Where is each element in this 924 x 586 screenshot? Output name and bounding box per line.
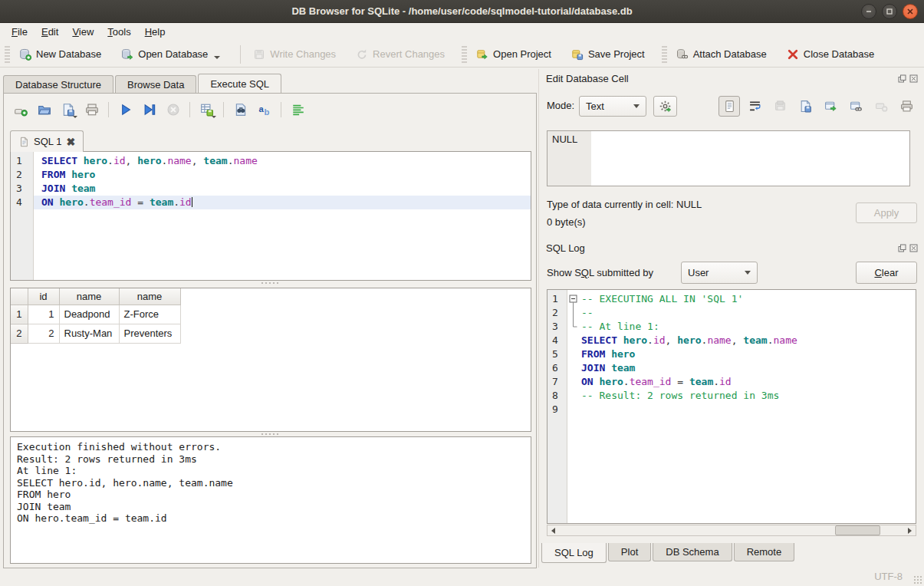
toolbar-handle[interactable] bbox=[662, 46, 667, 63]
cell[interactable]: 1 bbox=[28, 305, 59, 324]
chevron-down-icon bbox=[633, 104, 640, 108]
menu-tools[interactable]: Tools bbox=[100, 23, 137, 41]
log-line-8: 8-- Result: 2 rows returned in 3ms bbox=[547, 389, 916, 403]
menu-edit[interactable]: Edit bbox=[35, 23, 65, 41]
format-sql-button[interactable]: ab bbox=[254, 100, 275, 120]
resize-grip-icon[interactable] bbox=[913, 575, 922, 584]
results-grid[interactable]: idnamename11DeadpondZ-Force22Rusty-ManPr… bbox=[10, 288, 531, 432]
auto-apply-gear-icon[interactable] bbox=[653, 96, 677, 117]
tab-remote[interactable]: Remote bbox=[734, 543, 795, 561]
log-line-1: 1-- EXECUTING ALL IN 'SQL 1' bbox=[547, 292, 916, 306]
tab-execute-sql[interactable]: Execute SQL bbox=[198, 74, 281, 93]
dropdown-arrow-icon[interactable] bbox=[214, 56, 220, 59]
save-sql-file-button[interactable] bbox=[58, 100, 78, 120]
tab-database-structure[interactable]: Database Structure bbox=[3, 75, 113, 93]
cell[interactable]: Preventers bbox=[119, 324, 180, 343]
cell[interactable]: Rusty-Man bbox=[59, 324, 119, 343]
cell[interactable]: 2 bbox=[28, 324, 59, 343]
sql-document-tab[interactable]: SQL 1 ✖ bbox=[10, 130, 84, 152]
pane-splitter[interactable] bbox=[538, 69, 539, 568]
column-header-name[interactable]: name bbox=[119, 288, 180, 305]
maximize-icon[interactable] bbox=[882, 4, 897, 19]
scrollbar-track[interactable] bbox=[559, 525, 904, 535]
column-header-id[interactable]: id bbox=[28, 288, 59, 305]
float-panel-icon[interactable] bbox=[897, 243, 906, 252]
mode-select[interactable]: Text bbox=[579, 96, 646, 117]
close-icon[interactable] bbox=[903, 4, 918, 19]
code-line[interactable]: JOIN team bbox=[34, 182, 531, 196]
open-sql-file-button[interactable] bbox=[34, 100, 54, 120]
code-line[interactable]: FROM hero bbox=[34, 168, 531, 182]
cell-value-editor[interactable]: NULL bbox=[547, 130, 910, 186]
execute-all-button[interactable] bbox=[115, 100, 136, 120]
row-header[interactable]: 1 bbox=[11, 305, 28, 324]
export-results-icon bbox=[200, 103, 214, 117]
import-file-button[interactable] bbox=[769, 96, 791, 117]
tab-plot[interactable]: Plot bbox=[608, 543, 651, 561]
close-tab-icon[interactable]: ✖ bbox=[66, 137, 75, 147]
tab-browse-data[interactable]: Browse Data bbox=[115, 75, 196, 93]
find-replace-button[interactable] bbox=[230, 100, 251, 120]
scrollbar-thumb[interactable] bbox=[835, 525, 880, 535]
log-line-5: 5FROM hero bbox=[547, 347, 916, 361]
close-database-button[interactable]: Close Database bbox=[781, 45, 881, 64]
print-cell-button[interactable] bbox=[896, 96, 917, 117]
clear-button[interactable]: Clear bbox=[856, 262, 917, 284]
toolbar-handle[interactable] bbox=[462, 46, 467, 63]
code-line[interactable]: SELECT hero.id, hero.name, team.name bbox=[34, 154, 531, 168]
save-cell-button[interactable] bbox=[794, 96, 816, 117]
new-tab-button[interactable] bbox=[10, 100, 31, 120]
toolbar-handle[interactable] bbox=[5, 46, 10, 63]
log-horizontal-scrollbar[interactable] bbox=[547, 525, 916, 536]
toggle-comment-button[interactable] bbox=[288, 100, 308, 120]
new-database-button[interactable]: New Database bbox=[13, 45, 107, 64]
text-mode-button[interactable] bbox=[718, 96, 740, 117]
revert-changes-button[interactable]: Revert Changes bbox=[350, 45, 451, 64]
link-button[interactable] bbox=[845, 96, 866, 117]
close-panel-icon[interactable] bbox=[909, 74, 918, 83]
column-header-name[interactable]: name bbox=[59, 288, 119, 305]
tab-db-schema[interactable]: DB Schema bbox=[653, 543, 732, 561]
execution-message[interactable]: Execution finished without errors. Resul… bbox=[10, 436, 531, 564]
print-button[interactable] bbox=[81, 100, 102, 120]
write-changes-button[interactable]: Write Changes bbox=[247, 45, 342, 64]
word-wrap-button[interactable] bbox=[744, 96, 765, 117]
apply-button[interactable]: Apply bbox=[856, 202, 917, 223]
code-line[interactable]: ON hero.team_id = team.id bbox=[34, 196, 531, 209]
app-window: DB Browser for SQLite - /home/user/code/… bbox=[0, 0, 924, 586]
scroll-left-icon[interactable] bbox=[547, 525, 559, 535]
menu-file[interactable]: File bbox=[5, 23, 35, 41]
fold-guide bbox=[567, 389, 580, 403]
float-panel-icon[interactable] bbox=[897, 74, 906, 83]
cell[interactable]: Deadpond bbox=[59, 305, 119, 324]
open-project-button[interactable]: Open Project bbox=[470, 45, 557, 64]
attach-database-button[interactable]: Attach Database bbox=[670, 45, 773, 64]
export-results-button[interactable] bbox=[196, 100, 217, 120]
menu-view[interactable]: View bbox=[65, 23, 100, 41]
minimize-icon[interactable] bbox=[861, 4, 876, 19]
cell[interactable]: Z-Force bbox=[119, 305, 180, 324]
splitter-handle[interactable] bbox=[258, 282, 281, 285]
execute-current-line-button[interactable] bbox=[139, 100, 159, 120]
grid-corner[interactable] bbox=[11, 288, 28, 305]
editor-lines: 1SELECT hero.id, hero.name, team.name2FR… bbox=[11, 154, 531, 209]
attach-database-icon bbox=[676, 48, 689, 61]
toolbar-separator bbox=[281, 102, 281, 117]
row-header[interactable]: 2 bbox=[11, 324, 28, 343]
sql-log-view[interactable]: 1-- EXECUTING ALL IN 'SQL 1'2--3-- At li… bbox=[547, 289, 916, 524]
close-panel-icon[interactable] bbox=[909, 243, 918, 252]
dropdown-arrow-icon[interactable] bbox=[73, 116, 77, 118]
stop-button[interactable] bbox=[163, 100, 183, 120]
dropdown-arrow-icon[interactable] bbox=[212, 116, 216, 118]
open-external-button[interactable] bbox=[820, 96, 841, 117]
fold-marker-icon[interactable] bbox=[567, 292, 580, 306]
save-project-button[interactable]: Save Project bbox=[565, 45, 651, 64]
log-line-9: 9 bbox=[547, 403, 916, 416]
tab-sql-log[interactable]: SQL Log bbox=[541, 543, 607, 563]
open-database-button[interactable]: Open Database bbox=[115, 45, 226, 64]
set-null-button[interactable] bbox=[870, 96, 892, 117]
sql-editor[interactable]: 1SELECT hero.id, hero.name, team.name2FR… bbox=[10, 151, 531, 281]
menu-help[interactable]: Help bbox=[138, 23, 173, 41]
scroll-right-icon[interactable] bbox=[904, 525, 916, 535]
sql-log-filter-select[interactable]: User bbox=[681, 262, 758, 284]
